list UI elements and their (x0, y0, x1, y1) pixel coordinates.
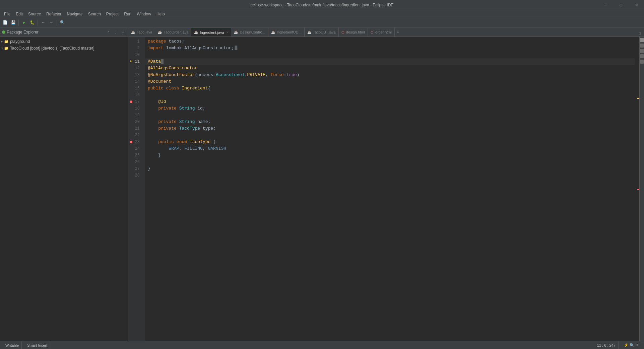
right-sidebar-icon-1[interactable] (640, 38, 644, 42)
cursor-block: █ (235, 45, 237, 52)
java-file-icon: ☕ (158, 30, 162, 34)
position-label: 11 : 6 : 247 (597, 343, 616, 347)
title-bar: eclipse-workspace - TacoCloud/src/main/j… (0, 0, 644, 10)
run-button[interactable]: ▶ (20, 19, 28, 26)
window-title: eclipse-workspace - TacoCloud/src/main/j… (251, 3, 394, 7)
forward-button[interactable]: → (48, 19, 55, 26)
param-force: force (271, 72, 284, 78)
menu-navigate[interactable]: Navigate (64, 10, 85, 18)
tab-order-html[interactable]: ⬡ order.html (368, 28, 395, 37)
minimize-button[interactable]: ─ (598, 0, 613, 10)
type-string-2: String (179, 119, 195, 125)
status-icons: ⚡ 🔍 ⚙ (621, 341, 641, 349)
search-button[interactable]: 🔍 (59, 19, 66, 26)
package-explorer-tree: ▸ 📁 playground ▾ 📁 TacoCloud [boot] [dev… (0, 37, 128, 341)
line-15: 15 (128, 85, 142, 92)
code-line-2: import lombok.AllArgsConstructor; █ (145, 45, 635, 52)
tree-item-playground[interactable]: ▸ 📁 playground (0, 38, 128, 45)
code-line-10 (145, 52, 635, 58)
line-1: 1 (128, 38, 142, 45)
right-sidebar-icon-3[interactable] (640, 49, 644, 53)
ruler-mark-1 (637, 98, 639, 99)
folder-icon: 📁 (4, 46, 9, 51)
tab-ingredient-java[interactable]: ☕ Ingredient.java × (191, 28, 231, 37)
kw-private-3: private (158, 125, 177, 132)
tab-ingredientudt-java[interactable]: ☕ IngredientUD... (268, 28, 305, 37)
line-12: 12 (128, 65, 142, 72)
tree-label-playground: playground (10, 39, 30, 44)
right-sidebar (639, 37, 644, 341)
code-line-19 (145, 112, 635, 119)
tab-label-ingredientudt: IngredientUD... (277, 30, 302, 34)
code-line-12: @AllArgsConstructor (145, 65, 635, 72)
code-line-1: package tacos; (145, 38, 635, 45)
right-sidebar-icon-2[interactable] (640, 44, 644, 48)
code-line-14: @Document (145, 78, 635, 85)
editor-max-icon[interactable]: □ (637, 30, 643, 37)
arrow-indicator: ➤ (128, 58, 134, 65)
tab-tacoorder-java[interactable]: ☕ TacoOrder.java (155, 28, 191, 37)
menu-window[interactable]: Window (134, 10, 154, 18)
menu-source[interactable]: Source (25, 10, 44, 18)
line-23: 23 (128, 139, 142, 145)
tree-item-tacocloud[interactable]: ▾ 📁 TacoCloud [boot] [devtools] [TacoClo… (0, 45, 128, 52)
menu-run[interactable]: Run (121, 10, 134, 18)
java-file-icon: ☕ (234, 30, 238, 34)
enum-tacotype: TacoType (190, 139, 210, 145)
menu-search[interactable]: Search (85, 10, 104, 18)
right-sidebar-icon-4[interactable] (640, 54, 644, 58)
tab-tacoudt-java[interactable]: ☕ TacoUDT.java (305, 28, 339, 37)
panel-maximize-icon[interactable]: □ (120, 29, 126, 35)
new-button[interactable]: 📄 (1, 19, 9, 26)
kw-public-2: public (158, 139, 174, 145)
status-writable: Writable (3, 341, 22, 349)
maximize-button[interactable]: □ (613, 0, 629, 10)
java-file-icon: ☕ (271, 30, 275, 34)
menu-bar: File Edit Source Refactor Navigate Searc… (0, 10, 644, 18)
tab-designcontro-java[interactable]: ☕ DesignContro... (231, 28, 268, 37)
tree-label-tacocloud: TacoCloud [boot] [devtools] [TacoCloud m… (10, 46, 94, 51)
panel-menu-icon[interactable]: ⋮ (113, 29, 119, 35)
panel-minimize-icon[interactable]: × (105, 29, 111, 35)
line-20: 20 (128, 119, 142, 125)
toolbar: 📄 💾 ▶ 🐛 ← → 🔍 (0, 18, 644, 27)
java-file-icon: ☕ (307, 30, 311, 34)
tab-taco-java[interactable]: ☕ Taco.java (128, 28, 155, 37)
val-private: PRIVATE (247, 72, 266, 78)
editor-area: 1 2 10 ➤ 11 12 13 14 15 16 17 18 19 (128, 37, 644, 341)
folder-icon: 📁 (4, 40, 9, 44)
kw-import: import (148, 45, 164, 52)
close-button[interactable]: ✕ (629, 0, 644, 10)
line-19: 19 (128, 112, 142, 119)
code-editor[interactable]: package tacos; import lombok.AllArgsCons… (145, 37, 635, 341)
code-line-20: private String name; (145, 119, 635, 125)
code-line-24: WRAP , FILLING , GARNISH (145, 145, 635, 152)
panel-title: Package Explorer (7, 30, 104, 34)
tab-label-designcontro: DesignContro... (240, 30, 265, 34)
tab-label-taco: Taco.java (137, 30, 152, 34)
back-button[interactable]: ← (40, 19, 47, 26)
code-line-26 (145, 159, 635, 165)
status-indicator (2, 30, 5, 34)
right-sidebar-icon-5[interactable] (640, 60, 644, 64)
menu-edit[interactable]: Edit (13, 10, 25, 18)
menu-file[interactable]: File (1, 10, 13, 18)
menu-help[interactable]: Help (154, 10, 168, 18)
insert-label: Smart Insert (27, 343, 47, 347)
tab-design-html[interactable]: ⬡ design.html (339, 28, 368, 37)
status-insert: Smart Insert (24, 341, 50, 349)
menu-refactor[interactable]: Refactor (44, 10, 64, 18)
annotation-data: @Data (148, 58, 161, 65)
line-17: 17 (128, 98, 142, 105)
tabs-overflow-button[interactable]: » (395, 28, 401, 37)
code-line-25: } (145, 152, 635, 159)
debug-button[interactable]: 🐛 (28, 19, 36, 26)
tab-close-icon[interactable]: × (227, 30, 229, 34)
ruler-mark-2 (637, 189, 639, 190)
line-11-active: ➤ 11 (128, 58, 142, 65)
cursor (161, 59, 164, 64)
code-line-28 (145, 172, 635, 179)
menu-project[interactable]: Project (104, 10, 121, 18)
save-button[interactable]: 💾 (9, 19, 17, 26)
enum-val-garnish: GARNISH (208, 145, 226, 152)
